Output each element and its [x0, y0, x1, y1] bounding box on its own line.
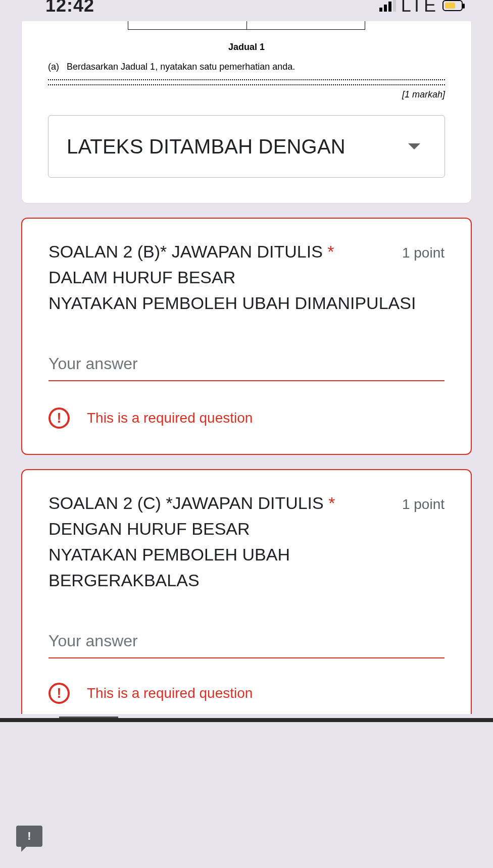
error-message: ! This is a required question — [48, 407, 445, 429]
question-card-2a: Jadual 1 (a) Berdasarkan Jadual 1, nyata… — [21, 21, 472, 203]
points-label: 1 point — [402, 242, 445, 264]
dropdown-selected: LATEKS DITAMBAH DENGAN — [67, 135, 346, 158]
chevron-down-icon — [408, 143, 420, 149]
table-row — [128, 21, 365, 30]
part-a-prompt: (a) Berdasarkan Jadual 1, nyatakan satu … — [48, 62, 445, 72]
question-title: SOALAN 2 (B)* JAWAPAN DITULIS * 1 point … — [48, 239, 445, 316]
points-label: 1 point — [402, 494, 445, 515]
question-title: SOALAN 2 (C) *JAWAPAN DITULIS * 1 point … — [48, 490, 445, 593]
question-image-area: Jadual 1 (a) Berdasarkan Jadual 1, nyata… — [48, 21, 445, 100]
table-caption: Jadual 1 — [48, 42, 445, 53]
error-message: ! This is a required question — [48, 683, 445, 704]
answer-dropdown[interactable]: LATEKS DITAMBAH DENGAN — [48, 115, 445, 178]
nav-bar — [0, 718, 493, 722]
phone-status-bar: 12:42 LTE — [0, 0, 493, 11]
error-icon: ! — [48, 683, 70, 704]
answer-input[interactable] — [48, 629, 445, 658]
signal-bars-icon — [379, 0, 396, 12]
question-card-2b: SOALAN 2 (B)* JAWAPAN DITULIS * 1 point … — [21, 218, 472, 455]
answer-input[interactable] — [48, 351, 445, 381]
error-icon: ! — [48, 407, 70, 429]
answer-line — [48, 79, 445, 80]
status-time: 12:42 — [45, 0, 94, 16]
marks-label: [1 markah] — [48, 89, 445, 100]
battery-icon — [442, 0, 463, 11]
answer-line — [48, 84, 445, 85]
question-card-2c: SOALAN 2 (C) *JAWAPAN DITULIS * 1 point … — [21, 469, 472, 714]
required-asterisk: * — [327, 242, 334, 261]
network-label: LTE — [401, 0, 437, 16]
status-right: LTE — [379, 0, 463, 16]
required-asterisk: * — [328, 493, 335, 513]
